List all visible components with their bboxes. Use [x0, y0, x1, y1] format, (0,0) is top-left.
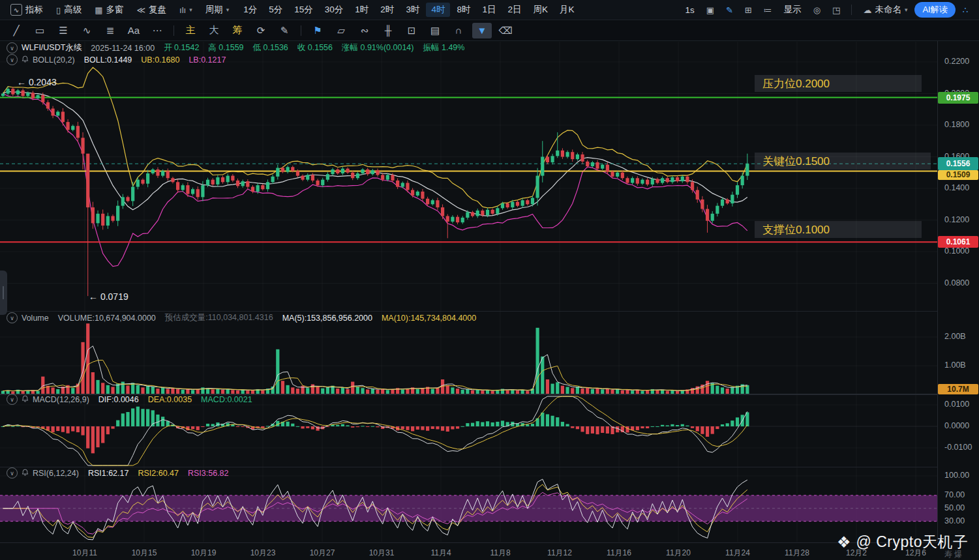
legend-segment: BOLL:0.1449 [84, 55, 132, 65]
time-axis-label: 10月27 [299, 548, 345, 559]
time-axis-label: 11月24 [715, 548, 761, 559]
legend-segment: MA(5):153,856,956.2000 [282, 314, 372, 323]
legend-segment: 涨幅 0.91%(0.0014) [342, 42, 414, 53]
rsi-axis-label: 30.00 [944, 516, 965, 525]
price-axis-label: 0.1000 [944, 246, 969, 256]
collapse-chevron-icon[interactable]: ∨ [7, 54, 18, 65]
volume-badge: 10.7M [938, 384, 978, 394]
macd-axis-label: 0.0100 [944, 400, 969, 409]
symbol-legend: ∨WLFI/USDT永续2025-11-24 16:00开 0.1542高 0.… [7, 42, 470, 53]
low-point-annotation: ← 0.0719 [89, 291, 128, 302]
time-axis-label: 10月23 [240, 548, 286, 559]
price-axis[interactable]: 0.22000.20000.18000.16000.14000.12000.10… [937, 41, 979, 542]
rsi-axis-label: 50.00 [944, 503, 965, 512]
volume-ma5-line [3, 346, 747, 391]
time-axis-label: 11月28 [774, 548, 820, 559]
collapse-chevron-icon[interactable]: ∨ [7, 394, 18, 405]
time-axis-label: 10月19 [181, 548, 226, 559]
resistance-label[interactable]: 压力位0.2000 [755, 75, 922, 92]
time-axis-label: 11月4 [418, 548, 464, 559]
macd-legend: ∨MACD(12,26,9)DIF:0.0046DEA:0.0035MACD:0… [7, 394, 258, 405]
price-axis-label: 0.0800 [944, 278, 969, 287]
volume-axis-label: 2.00B [944, 332, 966, 341]
diamond-logo-icon: ❖ [837, 533, 851, 552]
legend-segment: UB:0.1680 [141, 55, 179, 65]
boll-legend: ∨BOLL(20,2)BOLL:0.1449UB:0.1680LB:0.1217 [7, 54, 231, 65]
macd-dif-line [3, 396, 747, 465]
rsi-legend: ∨RSI(6,12,24)RSI1:62.17RSI2:60.47RSI3:56… [7, 467, 234, 479]
rsi-band [0, 495, 937, 522]
last-price-badge: 0.1556 [938, 157, 978, 170]
legend-segment: RSI2:60.47 [138, 469, 179, 478]
legend-segment: RSI(6,12,24) [33, 469, 79, 478]
rsi-axis-label: 70.00 [944, 490, 965, 499]
legend-segment: MACD:0.0021 [201, 395, 252, 404]
macd-axis-label: 0.0000 [944, 421, 969, 430]
legend-segment: LB:0.1217 [188, 55, 226, 65]
legend-segment: RSI3:56.82 [188, 469, 229, 478]
price-axis-label: 0.2200 [944, 57, 969, 66]
legend-segment: 低 0.1536 [253, 42, 288, 53]
legend-segment: 振幅 1.49% [423, 42, 465, 53]
legend-segment: VOLUME:10,674,904.0000 [58, 314, 156, 323]
rsi-axis-label: 100.00 [944, 471, 969, 480]
time-axis-label: 10月31 [359, 548, 404, 559]
macd-dea-line [3, 396, 747, 465]
support-badge: 0.1061 [938, 236, 978, 248]
collapse-chevron-icon[interactable]: ∨ [7, 312, 18, 323]
time-axis[interactable]: 10月1110月1510月1910月2310月2710月3111月411月811… [0, 542, 937, 560]
legend-segment: WLFI/USDT永续 [22, 42, 82, 53]
trading-app: ∿指标▯高级▦多窗≪复盘ılı▾周期▾ 1分5分15分30分1时2时3时4时8时… [0, 0, 979, 560]
alert-bell-icon[interactable] [22, 469, 29, 478]
time-axis-label: 10月11 [62, 548, 108, 559]
legend-segment: MACD(12,26,9) [33, 395, 89, 404]
alert-bell-icon[interactable] [22, 395, 29, 404]
resistance-badge: 0.1975 [938, 92, 978, 104]
volume-axis-label: 1.00B [944, 361, 966, 370]
macd-axis-label: -0.0100 [944, 443, 972, 452]
legend-segment: 预估成交量:110,034,801.4316 [165, 312, 273, 323]
legend-segment: 2025-11-24 16:00 [91, 44, 155, 53]
legend-segment: BOLL(20,2) [33, 55, 75, 65]
collapse-chevron-icon[interactable]: ∨ [7, 42, 18, 53]
volume-bars [0, 323, 937, 394]
price-axis-label: 0.1200 [944, 215, 969, 224]
legend-segment: MA(10):145,734,804.4000 [382, 314, 476, 323]
key-level-label[interactable]: 关键位0.1500 [755, 153, 931, 169]
watermark-extra-text: 寿 爆 [944, 549, 962, 560]
volume-ma10-line [3, 360, 747, 391]
collapse-chevron-icon[interactable]: ∨ [7, 467, 18, 479]
boll-lower-line [3, 94, 747, 267]
time-axis-label: 11月12 [537, 548, 582, 559]
high-point-annotation: ← 0.2043 [17, 77, 57, 87]
legend-segment: DIF:0.0046 [98, 395, 139, 404]
volume-legend: ∨VolumeVOLUME:10,674,904.0000预估成交量:110,0… [7, 312, 481, 323]
legend-segment: DEA:0.0035 [148, 395, 192, 404]
legend-segment: 高 0.1559 [208, 42, 243, 53]
legend-segment: RSI1:62.17 [88, 469, 129, 478]
legend-segment: 收 0.1556 [297, 42, 333, 53]
time-axis-label: 10月15 [121, 548, 167, 559]
legend-segment: 开 0.1542 [164, 42, 199, 53]
price-axis-label: 0.1800 [944, 120, 969, 129]
price-axis-label: 0.1400 [944, 183, 969, 192]
time-axis-label: 11月16 [596, 548, 642, 559]
time-axis-label: 11月8 [477, 548, 523, 559]
support-label[interactable]: 支撑位0.1000 [755, 221, 922, 238]
alert-bell-icon[interactable] [22, 55, 29, 65]
candlestick-series [1, 87, 749, 296]
gridlines [0, 42, 937, 542]
legend-segment: Volume [22, 314, 49, 323]
chart-area: ∨WLFI/USDT永续2025-11-24 16:00开 0.1542高 0.… [0, 41, 979, 560]
left-panel-handle[interactable] [0, 271, 7, 315]
macd-histogram [1, 407, 749, 454]
key-level-badge: 0.1509 [938, 170, 978, 180]
time-axis-label: 11月20 [655, 548, 701, 559]
